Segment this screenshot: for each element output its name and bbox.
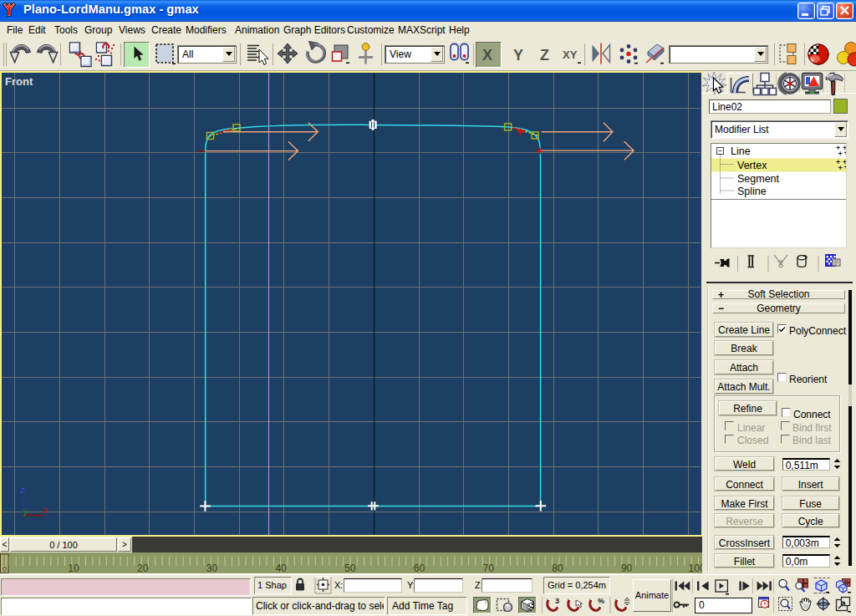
svg-text:30: 30 [206,563,218,574]
svg-text:90: 90 [621,563,633,574]
svg-text:+: + [844,163,847,171]
svg-text:70: 70 [483,563,495,574]
svg-text:XY: XY [563,48,578,61]
svg-text:Front: Front [5,75,33,88]
svg-text:20: 20 [137,563,149,574]
svg-text:x: x [43,506,48,515]
svg-text:+: + [844,149,847,157]
svg-text:%: % [598,597,604,605]
svg-text:40: 40 [275,563,287,574]
svg-text:+: + [838,164,843,172]
svg-text:80: 80 [552,563,563,574]
svg-text:Z: Z [540,47,549,64]
svg-text:Y: Y [513,47,523,64]
svg-text:+: + [838,150,843,158]
svg-text:50: 50 [344,563,356,574]
svg-text:3: 3 [555,597,559,605]
svg-text:Segment: Segment [737,173,780,185]
svg-text:X: X [482,47,492,64]
svg-text:Z: Z [19,486,25,495]
svg-text:100: 100 [688,563,702,574]
svg-text:Spline: Spline [737,186,767,197]
svg-text:10: 10 [68,563,79,574]
svg-text:y: y [23,507,28,517]
svg-text:0: 0 [3,565,7,573]
svg-text:60: 60 [414,563,425,574]
svg-text:Line: Line [731,145,751,157]
svg-text:Vertex: Vertex [737,160,767,171]
